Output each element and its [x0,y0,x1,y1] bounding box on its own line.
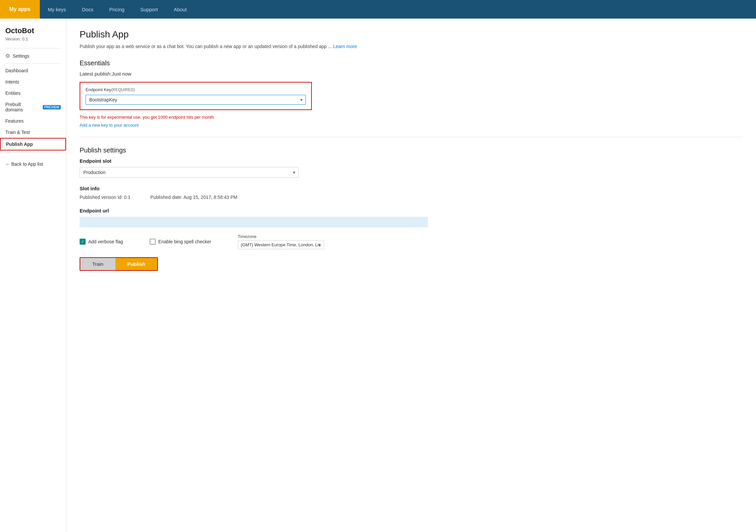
verbose-flag-checkbox[interactable]: ✓ Add verbose flag [80,239,123,245]
section-divider-1 [80,137,743,137]
verbose-flag-checked-icon: ✓ [80,239,86,245]
nav-item-pricing[interactable]: Pricing [101,0,132,19]
endpoint-slot-label: Endpoint slot [80,158,743,164]
sidebar-item-dashboard[interactable]: Dashboard [0,65,66,76]
timezone-label: Timezone [238,234,324,239]
entities-label: Entities [5,90,21,96]
sidebar-item-features[interactable]: Features [0,115,66,127]
gear-icon: ⚙ [5,53,10,59]
slot-info-title: Slot info [80,186,743,191]
essentials-title: Essentials [80,59,743,67]
endpoint-slot-wrapper: Production [80,167,299,178]
sidebar-item-settings[interactable]: ⚙ Settings [0,50,66,62]
timezone-select-wrapper: (GMT) Western Europe Time, London, Lis [238,240,324,249]
latest-publish: Latest publish:Just now [80,71,743,77]
published-date: Published date: Aug 15, 2017, 8:58:43 PM [150,195,237,200]
endpoint-slot-select[interactable]: Production [80,167,299,178]
back-to-app-list[interactable]: ← Back to App list [0,157,66,171]
dashboard-label: Dashboard [5,68,28,73]
timezone-select[interactable]: (GMT) Western Europe Time, London, Lis [238,240,324,249]
endpoint-key-text: Endpoint Key [86,87,111,92]
nav-item-mykeys[interactable]: My keys [40,0,74,19]
description-text: Publish your app as a web service or as … [80,44,332,49]
sidebar-item-publish-app[interactable]: Publish App [0,138,66,150]
latest-publish-label: Latest publish: [80,71,112,77]
publish-app-label: Publish App [6,142,33,147]
app-version: Version: 0.1 [0,36,66,47]
spell-checker-checkbox[interactable]: Enable bing spell checker [150,239,211,245]
sidebar-item-intents[interactable]: Intents [0,76,66,88]
timezone-section: Timezone (GMT) Western Europe Time, Lond… [238,234,324,249]
sidebar-divider-2 [5,63,61,64]
experimental-warning: This key is for experimental use, you ge… [80,115,743,120]
train-button[interactable]: Train [80,258,115,270]
sidebar: OctoBot Version: 0.1 ⚙ Settings Dashboar… [0,19,66,532]
endpoint-key-box: Endpoint Key(REQUIRED) BootstrapKey [80,82,312,110]
published-version: Published version Id: 0.1 [80,195,130,200]
endpoint-key-select[interactable]: BootstrapKey [86,95,306,105]
sidebar-divider-3 [5,152,61,152]
train-test-label: Train & Test [5,130,30,135]
sidebar-item-entities[interactable]: Entities [0,88,66,99]
page-layout: OctoBot Version: 0.1 ⚙ Settings Dashboar… [0,19,756,532]
sidebar-item-train-test[interactable]: Train & Test [0,127,66,138]
nav-item-about[interactable]: About [166,0,195,19]
settings-label: Settings [13,53,30,59]
buttons-row: Train Publish [80,257,158,271]
nav-items: My keys Docs Pricing Support About [40,0,195,19]
prebuilt-domains-label: Prebuilt domains [5,102,39,112]
learn-more-link[interactable]: Learn more [333,44,357,49]
options-row: ✓ Add verbose flag Enable bing spell che… [80,234,743,249]
features-label: Features [5,118,24,124]
endpoint-key-select-wrapper: BootstrapKey [86,95,306,105]
spell-checker-unchecked-icon [150,239,156,245]
publish-button[interactable]: Publish [115,258,157,270]
required-badge: (REQUIRED) [111,88,135,92]
add-key-link[interactable]: Add a new key to your account [80,123,139,128]
spell-checker-label: Enable bing spell checker [158,239,211,244]
sidebar-divider [5,48,61,48]
latest-publish-value: Just now [112,71,131,77]
endpoint-url-bar [80,217,428,227]
main-content: Publish App Publish your app as a web se… [66,19,756,532]
page-description: Publish your app as a web service or as … [80,43,743,50]
endpoint-url-title: Endpoint url [80,208,743,213]
nav-bar: My apps My keys Docs Pricing Support Abo… [0,0,756,19]
app-name: OctoBot [0,27,66,36]
publish-settings-title: Publish settings [80,147,743,154]
intents-label: Intents [5,79,19,85]
sidebar-item-prebuilt-domains[interactable]: Prebuilt domains PREVIEW [0,99,66,115]
nav-item-docs[interactable]: Docs [74,0,101,19]
nav-item-support[interactable]: Support [132,0,166,19]
preview-badge: PREVIEW [43,105,61,109]
endpoint-key-label: Endpoint Key(REQUIRED) [86,87,306,92]
nav-logo[interactable]: My apps [0,0,40,19]
verbose-flag-label: Add verbose flag [88,239,123,244]
page-title: Publish App [80,29,743,40]
slot-info-row: Published version Id: 0.1 Published date… [80,195,743,200]
